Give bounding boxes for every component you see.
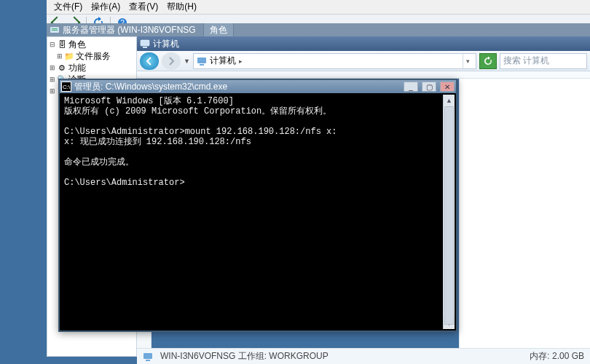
cmd-line: 版权所有 (c) 2009 Microsoft Corporation。保留所有… [64, 106, 331, 116]
svg-rect-9 [143, 353, 152, 359]
go-refresh-button[interactable] [479, 53, 497, 69]
minimize-button[interactable]: _ [404, 82, 418, 92]
tree-label: 文件服务 [76, 51, 111, 61]
svg-rect-8 [200, 64, 204, 66]
scroll-up-button[interactable]: ▲ [444, 95, 455, 106]
roles-icon: 🗄 [57, 40, 67, 49]
svg-rect-7 [197, 58, 206, 63]
tree-node-fileservices[interactable]: ⊞ 📁 文件服务 [49, 51, 135, 63]
cmd-line: C:\Users\Administrator>mount 192.168.190… [64, 127, 337, 137]
cmd-scrollbar[interactable]: ▲ ▼ [443, 95, 455, 329]
status-left-text: WIN-I3N6VOFNSG 工作组: WORKGROUP [160, 350, 329, 363]
close-button[interactable]: ✕ [440, 82, 455, 92]
server-mgr-titlebar: 服务器管理器 (WIN-I3N6VOFNSG 角色 [47, 23, 590, 36]
nav-history-dropdown[interactable]: ▼ [184, 58, 190, 65]
server-mgr-tab-roles[interactable]: 角色 [203, 23, 234, 36]
breadcrumb-chevron-icon[interactable]: ▸ [239, 58, 243, 65]
cmd-line: Microsoft Windows [版本 6.1.7600] [64, 96, 234, 106]
cmd-titlebar[interactable]: C:\ 管理员: C:\Windows\system32\cmd.exe _ ▢… [60, 80, 456, 93]
explorer-command-bar [137, 71, 590, 79]
cmd-title-text: 管理员: C:\Windows\system32\cmd.exe [74, 81, 400, 93]
menu-help[interactable]: 帮助(H) [164, 0, 200, 14]
expander-icon[interactable]: ⊟ [49, 41, 55, 48]
cmd-line: 命令已成功完成。 [64, 157, 134, 167]
scroll-thumb[interactable] [444, 106, 454, 325]
cmd-output[interactable]: Microsoft Windows [版本 6.1.7600] 版权所有 (c)… [61, 95, 443, 329]
breadcrumb[interactable]: 计算机 [210, 55, 236, 67]
explorer-status-bar: WIN-I3N6VOFNSG 工作组: WORKGROUP 内存: 2.00 G… [137, 348, 590, 364]
nav-back-button[interactable] [140, 52, 159, 70]
features-icon: ⚙ [57, 63, 67, 72]
svg-rect-3 [52, 28, 58, 29]
arrow-right-icon [167, 57, 176, 66]
explorer-content-pane[interactable] [459, 79, 590, 348]
svg-rect-6 [143, 47, 147, 48]
cmd-icon: C:\ [61, 82, 71, 92]
scroll-track[interactable] [444, 106, 455, 317]
status-right-text: 内存: 2.00 GB [530, 350, 584, 363]
svg-rect-4 [52, 30, 58, 31]
tree-label: 功能 [68, 63, 86, 73]
nav-forward-button[interactable] [162, 52, 181, 70]
cmd-window[interactable]: C:\ 管理员: C:\Windows\system32\cmd.exe _ ▢… [58, 79, 457, 332]
address-dropdown-icon[interactable]: ▾ [463, 54, 473, 68]
tree-label: 角色 [68, 39, 86, 50]
refresh-icon [483, 56, 493, 66]
menu-view[interactable]: 查看(V) [126, 0, 161, 14]
svg-rect-10 [146, 360, 150, 361]
server-mgr-icon [50, 25, 60, 35]
search-input[interactable]: 搜索 计算机 [500, 53, 587, 69]
explorer-title-text: 计算机 [153, 38, 179, 50]
menu-file[interactable]: 文件(F) [51, 0, 85, 14]
tree-node-features[interactable]: ⊞ ⚙ 功能 [49, 63, 135, 74]
expander-icon[interactable]: ⊞ [49, 76, 55, 83]
fileservices-icon: 📁 [64, 52, 74, 60]
arrow-left-icon [145, 57, 154, 66]
explorer-titlebar[interactable]: 计算机 [137, 36, 590, 51]
cmd-line: C:\Users\Administrator> [64, 178, 185, 188]
menu-bar: 文件(F) 操作(A) 查看(V) 帮助(H) [47, 0, 590, 15]
svg-rect-5 [141, 40, 149, 46]
computer-icon [143, 352, 153, 362]
desktop-gutter [0, 0, 47, 364]
menu-action[interactable]: 操作(A) [88, 0, 123, 14]
explorer-toolbar: ▼ 计算机 ▸ ▾ 搜索 计算机 [137, 51, 590, 71]
computer-icon [140, 39, 150, 49]
expander-icon[interactable]: ⊞ [49, 88, 55, 95]
computer-icon [197, 56, 207, 66]
expander-icon[interactable]: ⊞ [49, 65, 55, 71]
maximize-button[interactable]: ▢ [422, 82, 436, 92]
tree-node-roles[interactable]: ⊟ 🗄 角色 [49, 39, 135, 51]
address-bar[interactable]: 计算机 ▸ ▾ [193, 53, 476, 69]
search-placeholder: 搜索 计算机 [503, 55, 549, 67]
server-mgr-title-text: 服务器管理器 (WIN-I3N6VOFNSG [63, 24, 196, 36]
expander-icon[interactable]: ⊞ [56, 53, 63, 60]
cmd-line: x: 现已成功连接到 192.168.190.128:/nfs [64, 137, 251, 147]
